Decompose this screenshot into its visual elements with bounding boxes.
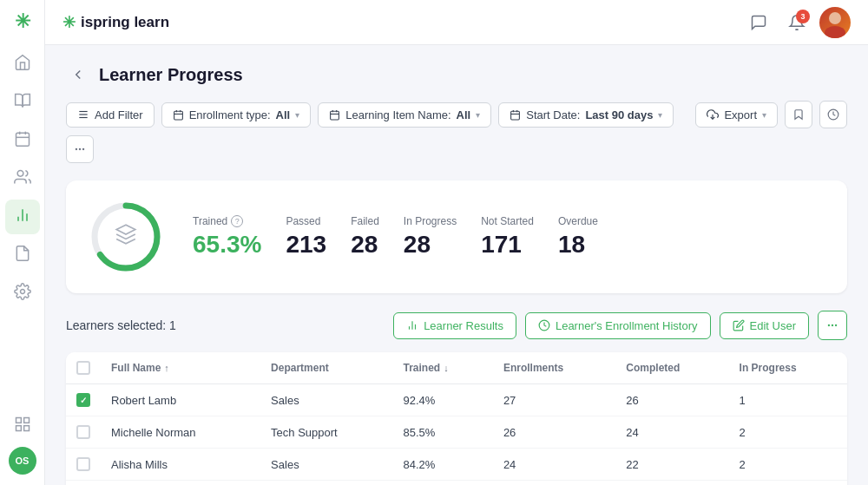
cell-in-progress-4: 1 [729, 481, 847, 486]
selection-count: Learners selected: 1 [66, 318, 385, 332]
cell-enrollments-1: 27 [493, 384, 615, 416]
svg-point-33 [79, 148, 81, 150]
cell-trained-3: 84.2% [393, 449, 493, 481]
help-icon[interactable]: ? [231, 215, 243, 227]
enrollment-history-label: Learner's Enrollment History [556, 319, 698, 332]
col-header-enrollments[interactable]: Enrollments [493, 352, 615, 384]
app-logo: ✳ ispring learn [62, 13, 169, 32]
row-checkbox-3[interactable] [76, 457, 90, 471]
topnav: ✳ ispring learn 3 [45, 0, 868, 45]
svg-rect-10 [23, 418, 29, 423]
start-date-filter[interactable]: Start Date: Last 90 days ▾ [498, 102, 674, 128]
sidebar-item-courses[interactable] [5, 85, 40, 120]
cell-completed-2: 24 [615, 416, 728, 449]
col-header-name[interactable]: Full Name ↑ [101, 352, 260, 384]
book-icon [14, 92, 31, 113]
svg-rect-11 [16, 426, 21, 431]
history-button[interactable] [819, 101, 847, 128]
page-title: Learner Progress [99, 65, 243, 85]
failed-label: Failed [351, 215, 379, 227]
svg-point-32 [76, 148, 77, 150]
passed-value: 213 [286, 231, 326, 259]
edit-user-label: Edit User [750, 319, 796, 332]
not-started-value: 171 [481, 231, 534, 259]
add-filter-label: Add Filter [95, 108, 143, 121]
donut-center-icon [115, 223, 137, 251]
sort-trained-icon: ↓ [444, 363, 449, 373]
learner-results-button[interactable]: Learner Results [393, 312, 516, 339]
svg-point-41 [828, 324, 830, 326]
chart-icon [14, 206, 31, 227]
cell-completed-1: 26 [615, 384, 728, 416]
user-avatar[interactable] [819, 7, 851, 38]
enrollment-type-label: Enrollment type: [189, 108, 271, 121]
row-checkbox-2[interactable] [76, 425, 90, 439]
table-header-row: Full Name ↑ Department Trained ↓ Enrollm… [66, 352, 847, 384]
cell-completed-4: 24 [615, 481, 728, 486]
enrollment-type-filter[interactable]: Enrollment type: All ▾ [161, 102, 312, 128]
in-progress-value: 28 [404, 231, 457, 259]
cell-department-4: Logistics [260, 481, 392, 486]
main-area: ✳ ispring learn 3 [45, 0, 868, 485]
sidebar-bottom: OS [5, 409, 40, 475]
cell-department-2: Tech Support [260, 416, 392, 449]
start-date-label: Start Date: [526, 108, 580, 121]
cell-enrollments-3: 24 [493, 449, 615, 481]
sidebar-item-calendar[interactable] [5, 123, 40, 158]
learner-results-label: Learner Results [424, 319, 503, 332]
back-button[interactable] [66, 62, 90, 87]
learners-table: Full Name ↑ Department Trained ↓ Enrollm… [66, 352, 847, 485]
chevron-icon-3: ▾ [658, 110, 662, 120]
chat-button[interactable] [743, 7, 774, 38]
sidebar-user-avatar[interactable]: OS [9, 447, 36, 475]
content-area: Learner Progress Add Filter Enrollment t… [45, 45, 868, 485]
learning-item-filter[interactable]: Learning Item Name: All ▾ [318, 102, 491, 128]
table-row: Michelle Norman Tech Support 85.5% 26 24… [66, 416, 847, 449]
col-header-trained[interactable]: Trained ↓ [393, 352, 493, 384]
trained-label: Trained [193, 215, 227, 227]
edit-user-button[interactable]: Edit User [720, 312, 809, 339]
enrollment-type-value: All [276, 108, 291, 121]
sidebar-item-home[interactable] [5, 47, 40, 82]
svg-rect-0 [16, 133, 29, 146]
sort-name-icon: ↑ [164, 363, 169, 373]
sidebar-item-users[interactable] [5, 161, 40, 196]
cell-name-2: Michelle Norman [101, 416, 260, 449]
col-header-completed[interactable]: Completed [615, 352, 728, 384]
enrollment-history-button[interactable]: Learner's Enrollment History [525, 312, 711, 339]
add-filter-button[interactable]: Add Filter [66, 102, 155, 128]
sidebar-item-grid[interactable] [5, 409, 40, 443]
file-icon [14, 245, 31, 265]
stats-card: Trained ? 65.3% Passed 213 Failed 28 In … [66, 180, 847, 293]
more-actions-button[interactable] [818, 311, 847, 340]
learning-item-label: Learning Item Name: [345, 108, 450, 121]
cell-name-1: Robert Lamb [101, 384, 260, 416]
sidebar-item-analytics[interactable] [5, 200, 40, 234]
col-header-in-progress[interactable]: In Progress [729, 352, 847, 384]
bookmark-button[interactable] [785, 101, 812, 128]
cell-in-progress-2: 2 [729, 416, 847, 449]
cell-name-4: Kristina Hunt [101, 481, 260, 486]
col-header-department[interactable]: Department [260, 352, 392, 384]
page-header: Learner Progress [66, 62, 847, 87]
svg-point-42 [832, 324, 833, 326]
stat-failed: Failed 28 [351, 215, 379, 259]
chevron-icon-2: ▾ [476, 110, 480, 120]
logo-icon: ✳ [62, 13, 76, 32]
sidebar-item-settings[interactable] [5, 276, 40, 311]
more-options-button[interactable] [66, 135, 94, 163]
in-progress-label: In Progress [404, 215, 457, 227]
cell-enrollments-4: 28 [493, 481, 615, 486]
notifications-button[interactable]: 3 [781, 7, 812, 38]
select-all-checkbox[interactable] [76, 361, 90, 375]
donut-chart [87, 198, 165, 276]
table-row: Alisha Mills Sales 84.2% 24 22 2 [66, 449, 847, 481]
home-icon [14, 54, 31, 75]
filter-bar: Add Filter Enrollment type: All ▾ Learni… [66, 101, 847, 163]
export-button[interactable]: Export ▾ [695, 102, 778, 128]
chevron-icon: ▾ [295, 110, 299, 120]
failed-value: 28 [351, 231, 379, 259]
row-checkbox-1[interactable] [76, 393, 90, 407]
sidebar-item-reports[interactable] [5, 238, 40, 272]
stat-passed: Passed 213 [286, 215, 326, 259]
